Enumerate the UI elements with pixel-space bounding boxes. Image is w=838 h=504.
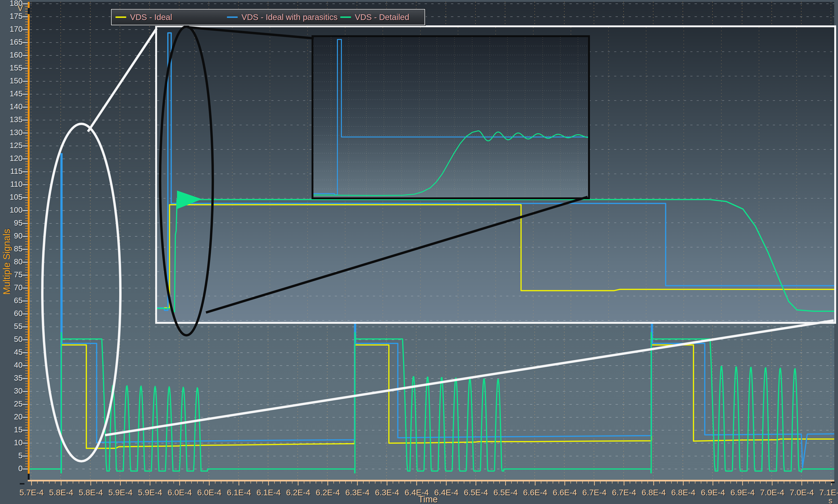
x-tick-label: 7.1E-4 [815,488,838,497]
x-tick-label: 6.5E-4 [489,488,522,497]
y-tick-label: 140 [0,102,22,111]
y-tick-label: 165 [0,38,22,47]
y-axis-range-marker-top [28,8,30,14]
x-tick-label: 6.0E-4 [193,488,226,497]
y-tick-label: 130 [0,128,22,137]
y-tick-label: 55 [0,322,22,331]
x-tick-label: 6.2E-4 [282,488,315,497]
y-tick-label: 25 [0,399,22,408]
legend-label: VDS - Ideal with parasitics [242,13,337,22]
series-vds-detailed [313,131,588,196]
x-tick-label: 6.1E-4 [223,488,255,497]
legend-label: VDS - Ideal [130,13,172,22]
y-tick-label: 155 [0,64,22,72]
y-tick-label: 75 [0,270,22,279]
x-axis-unit: s [816,496,832,504]
x-tick-label: 6.1E-4 [252,488,285,497]
x-tick-label: 6.4E-4 [430,488,463,497]
y-tick-label: 115 [0,167,22,176]
y-tick-label: 35 [0,374,22,382]
legend[interactable]: VDS - Ideal VDS - Ideal with parasitics … [111,9,425,25]
y-tick-label: 100 [0,205,22,215]
y-tick-label: 15 [0,425,22,434]
x-tick-label: 5.9E-4 [134,488,167,497]
y-tick-label: 30 [0,386,22,395]
x-tick-label: 6.3E-4 [370,488,403,497]
legend-swatch-yellow [116,16,126,18]
y-tick-label: 120 [0,154,22,163]
legend-item-vds-ideal[interactable]: VDS - Ideal [116,10,172,25]
x-tick-label: 5.9E-4 [104,488,137,497]
x-axis-line[interactable] [28,480,834,482]
x-tick-label: 6.5E-4 [459,488,492,497]
waveform-viewer: 0510152025303540455055606570758085909510… [0,0,838,504]
y-tick-label: 95 [0,218,22,228]
y-tick-label: 65 [0,296,22,305]
y-axis-range-marker-bottom [28,474,30,480]
y-tick-label: 110 [0,180,22,189]
y-tick-label: 20 [0,412,22,421]
y-tick-label: 0 [0,464,22,473]
y-tick-label: 125 [0,141,22,150]
y-tick-label: 45 [0,348,22,357]
legend-label: VDS - Detailed [355,13,409,22]
series-vds-detailed [30,332,834,473]
x-tick-label: 6.6E-4 [519,488,552,497]
legend-item-vds-ideal-parasitics[interactable]: VDS - Ideal with parasitics [227,10,337,25]
y-tick-label: 170 [0,25,22,34]
x-tick-label: 6.9E-4 [696,488,729,497]
y-tick-label: 80 [0,257,22,266]
series-vds-detailed [157,199,834,311]
x-tick-label: 6.3E-4 [341,488,374,497]
y-axis-line[interactable] [28,2,30,480]
x-tick-label: 6.2E-4 [311,488,344,497]
y-tick-label: 5 [0,451,22,460]
y-tick-label: 10 [0,438,22,447]
x-tick-label: 5.7E-4 [15,488,48,497]
x-tick-label: 5.8E-4 [45,488,77,497]
x-tick-label: 5.8E-4 [74,488,107,497]
y-tick-label: 70 [0,283,22,292]
y-tick-label: 90 [0,231,22,240]
x-tick-label: 6.4E-4 [400,488,433,497]
x-tick-label: 6.7E-4 [578,488,611,497]
y-tick-label: 105 [0,193,22,202]
y-tick-label: 60 [0,309,22,318]
x-axis-range-marker-right [831,482,835,483]
y-tick-label: 85 [0,245,22,253]
y-tick-label: 175 [0,12,22,21]
series-vds-ideal-with-parasitics [313,39,588,195]
y-tick-label: 50 [0,335,22,344]
legend-swatch-green [340,16,351,18]
y-tick-label: 135 [0,115,22,124]
zoom-inset-detail [312,35,590,199]
x-tick-label: 7.0E-4 [756,488,789,497]
x-axis-ticks [28,482,834,487]
x-tick-label: 6.6E-4 [548,488,581,497]
y-tick-label: 160 [0,51,22,59]
series-vds-ideal [157,205,834,308]
legend-swatch-blue [227,16,238,18]
y-tick-label: 145 [0,89,22,98]
x-tick-label: 7.0E-4 [785,488,818,497]
y-tick-label: 40 [0,361,22,370]
x-tick-label: 6.7E-4 [608,488,641,497]
x-tick-label: 6.9E-4 [726,488,759,497]
y-tick-label: 180 [0,0,22,8]
x-tick-label: 6.8E-4 [637,488,670,497]
x-tick-label: 6.0E-4 [163,488,196,497]
x-axis-range-marker-left [20,483,24,485]
y-tick-label: 150 [0,76,22,85]
legend-item-vds-detailed[interactable]: VDS - Detailed [340,10,409,25]
x-tick-label: 6.8E-4 [667,488,700,497]
zoom-inset-detail-chart [313,37,588,197]
